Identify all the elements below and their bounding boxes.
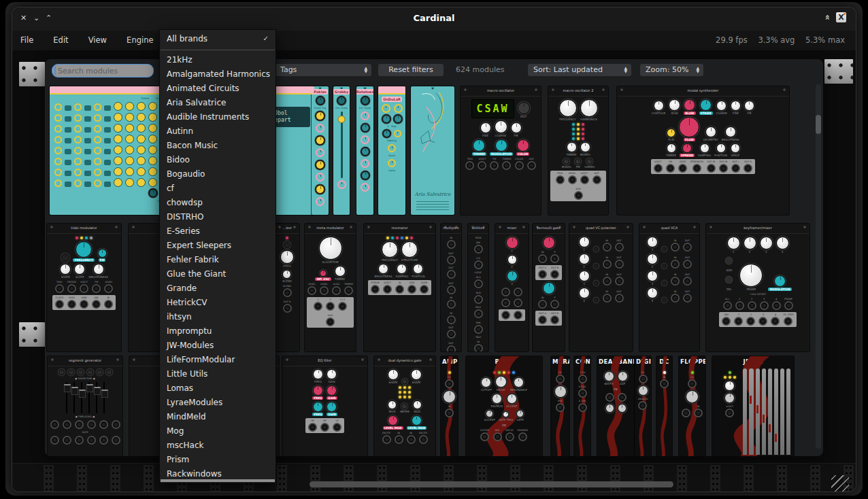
slider-track[interactable] <box>66 382 67 413</box>
slider-handle[interactable] <box>86 384 93 392</box>
brand-item[interactable]: Amalgamated Harmonics <box>160 67 276 82</box>
module-card-amp[interactable]: AMPCVIN <box>441 356 458 456</box>
knob-group <box>388 144 396 152</box>
reset-filters-button[interactable]: Reset filters <box>378 64 444 76</box>
module-card-quad-vc-polarizer[interactable]: quad VC-polarizer1INOUT2INOUT3INOUT4INOU… <box>569 224 633 351</box>
brand-item[interactable]: Bacon Music <box>160 139 276 153</box>
brand-item[interactable]: Grande <box>160 281 276 296</box>
module-card-bernoulli-gate[interactable]: bernoulli gateINPOUT AOUT BINPOUT AOUT B <box>533 224 565 351</box>
brand-item[interactable]: 21kHz <box>160 53 276 67</box>
module-card-modal-synthesizer[interactable]: modal synthesizerCONTOURBOWBLOWSTRIKECOA… <box>617 86 789 215</box>
zoom-select[interactable]: Zoom: 50% ▲▼ <box>640 64 703 76</box>
brand-item-all[interactable]: All brands ✓ <box>160 30 276 48</box>
brand-item[interactable]: Aria Salvatrice <box>160 96 276 110</box>
knob-label: PITCH <box>283 264 291 268</box>
module-card--izer[interactable]: …izerPITCHBLENDBLENDOUT R <box>275 224 299 351</box>
module-card-bass[interactable]: BASSCUTOFFDECAYRESONANCEENVMODACCENTACCE… <box>466 356 542 456</box>
jack-label: OUT <box>448 326 453 329</box>
sort-select[interactable]: Sort: Last updated ▲▼ <box>528 64 631 76</box>
slider-handle[interactable] <box>101 390 108 398</box>
module-card-keyframer-mixer[interactable]: keyframer/mixer1234ADDDELFRAMEMODULATION… <box>706 224 809 351</box>
menu-edit[interactable]: Edit <box>45 31 76 50</box>
module-card-mixer[interactable]: mixer123 <box>495 224 529 351</box>
dropdown-scroll-hint[interactable] <box>161 479 275 482</box>
slider-track[interactable] <box>73 382 75 413</box>
slider-track[interactable] <box>103 382 105 413</box>
brand-item[interactable]: JW-Modules <box>160 339 276 353</box>
spinner-icon: ▲▼ <box>696 66 699 73</box>
knob <box>397 264 407 274</box>
slider-handle[interactable] <box>71 387 78 395</box>
slider-handle[interactable] <box>79 390 86 398</box>
slider-track[interactable] <box>88 382 90 413</box>
jack-label: IN <box>541 296 544 299</box>
edit-button[interactable] <box>724 256 734 266</box>
menu-engine[interactable]: Engine <box>118 31 161 50</box>
resize-handle[interactable] <box>831 475 849 492</box>
module-card-multiples[interactable]: multiplesINOUTOUTOUTININOUTOUTINININOUT <box>441 224 461 351</box>
slider-track[interactable] <box>96 382 97 413</box>
menu-file[interactable]: File <box>12 31 41 50</box>
brand-item[interactable]: chowdsp <box>160 196 276 210</box>
module-card-macro-oscillator-2[interactable]: macro oscillator 2FREQUENCYHARMONICSTIMB… <box>548 86 608 215</box>
edit-button[interactable] <box>724 275 734 285</box>
module-card-rotatoes[interactable]: RotatoesExt. Scale <box>356 86 373 215</box>
brand-item[interactable]: Expert Sleepers <box>160 239 276 253</box>
module-card-resonator[interactable]: resonatorFREQUENCYSTRUCTUREBRIGHTNESSDAM… <box>364 224 435 351</box>
brand-item[interactable]: HetrickCV <box>160 296 276 310</box>
brand-item[interactable]: Little Utils <box>160 367 276 381</box>
brand-item[interactable]: mscHack <box>160 438 276 453</box>
brand-item[interactable]: Bidoo <box>160 153 276 167</box>
brand-item[interactable]: Bogaudio <box>160 167 276 182</box>
module-card-grabby[interactable]: GrabbyExt. Scale <box>333 86 350 215</box>
module-card-jette[interactable]: JETTEV/OCT <box>712 356 794 456</box>
brand-item[interactable]: DISTRHO <box>160 210 276 224</box>
jack-port <box>447 286 456 294</box>
module-card-flopper[interactable]: FLOPPERCVIN <box>679 356 705 456</box>
slider-track[interactable] <box>81 382 82 413</box>
module-card-utilities[interactable]: utilitiesSIGNINV1/XLOGICIN AIN BMAXMINS&… <box>468 224 488 351</box>
vertical-slider[interactable] <box>341 111 343 178</box>
brand-item[interactable]: Glue the Giant <box>160 267 276 281</box>
module-card--ndular[interactable]: ÛnDuLaRX StepPaddingZoomAlpha <box>378 86 405 215</box>
module-card-meta-modulator[interactable]: meta modulatorALGORITHMINT. OSCTIMBRELEV… <box>305 224 356 351</box>
brand-item[interactable]: LyraeModules <box>160 396 276 410</box>
module-card-macro-oscillator[interactable]: macro oscillatorCSAWEDITFINECOARSEFMTIMB… <box>461 86 541 215</box>
brand-item[interactable]: Animated Circuits <box>160 82 276 96</box>
module-card-deadband[interactable]: DEADBANDWIDTHGAPCV <box>597 356 634 456</box>
brand-item[interactable]: Prism <box>160 453 276 467</box>
module-card-segment-generator[interactable]: segment generator● SHAPE/TIME ●● TIME/LE… <box>48 356 122 456</box>
search-input[interactable] <box>56 65 148 77</box>
module-card-dc[interactable]: DCIN <box>656 356 672 456</box>
tags-select[interactable]: Tags ▲▼ <box>275 64 371 76</box>
vertical-scrollbar-thumb[interactable] <box>816 115 821 134</box>
module-card-eq-filter[interactable]: EQ filterFREQGAINFREQGAINFREQGAINHPBPLP <box>282 356 367 456</box>
collapse-all-icon[interactable]: » <box>821 14 831 20</box>
slider-handle[interactable] <box>94 387 101 395</box>
brand-item[interactable]: cf <box>160 182 276 196</box>
module-card-conv[interactable]: CONV+ 5V0-10V0-10V <box>574 356 590 456</box>
module-card-dual-dynamics-gate[interactable]: dual dynamics gateSHAPESHAPEMODMETERMODL… <box>374 356 435 456</box>
horizontal-scrollbar[interactable] <box>310 481 673 487</box>
brand-item[interactable]: Autinn <box>160 124 276 139</box>
brand-item[interactable]: LifeFormModular <box>160 353 276 367</box>
module-card-panel[interactable]: Aria Salvatrice <box>411 86 454 215</box>
brand-item[interactable]: Audible Instruments <box>160 110 276 124</box>
brand-item[interactable]: Fehler Fabrik <box>160 253 276 267</box>
brand-item[interactable]: Mog <box>160 424 276 438</box>
module-card-pokies[interactable]: PokiesDistal Trig <box>312 86 329 215</box>
module-card-tidal-modulator[interactable]: tidal modulatorFREQUENCYFMSHAPESLOPESMOO… <box>47 224 121 351</box>
menu-view[interactable]: View <box>80 31 115 50</box>
brand-item[interactable]: MindMeld <box>160 410 276 424</box>
brand-item[interactable]: Impromptu <box>160 324 276 339</box>
module-card-mera[interactable]: MERACVPRE <box>551 356 569 456</box>
module-card-digi[interactable]: DIGICVANALOG <box>635 356 651 456</box>
slider-ball[interactable] <box>338 116 346 123</box>
slider-handle[interactable] <box>64 384 71 392</box>
brand-item[interactable]: Lomas <box>160 381 276 396</box>
vertical-scrollbar-track[interactable] <box>816 84 821 449</box>
brand-item[interactable]: ihtsyn <box>160 310 276 324</box>
module-card-quad-vca[interactable]: quad VCA1INOUT2INOUT3INOUT4INOUT <box>639 224 699 351</box>
jack-cell <box>99 436 108 445</box>
brand-item[interactable]: E-Series <box>160 224 276 239</box>
